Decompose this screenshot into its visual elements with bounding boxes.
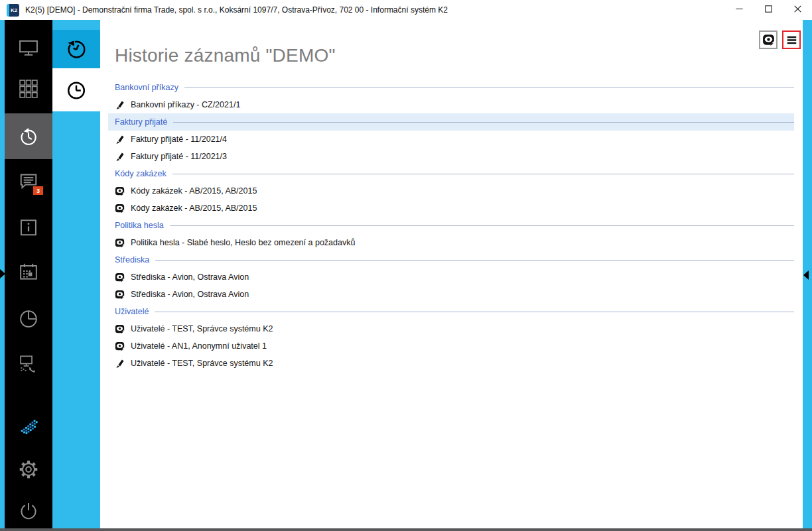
right-expander-arrow-icon[interactable] — [803, 270, 809, 280]
history-record-row[interactable]: Politika hesla - Slabé heslo, Heslo bez … — [115, 234, 794, 251]
sidebar-item-modules[interactable] — [5, 68, 52, 110]
sidebar-item-messages[interactable]: 3 — [5, 160, 52, 202]
titlebar: K2 K2(5) [DEMO] - Demonstrační firma Tra… — [0, 0, 812, 20]
left-edge-panel — [0, 20, 5, 531]
group-divider-line — [184, 88, 794, 88]
unread-count-badge: 3 — [33, 186, 43, 195]
sidebar-item-charts[interactable] — [5, 297, 52, 339]
sidebar-item-calendar[interactable] — [5, 251, 52, 293]
close-button[interactable] — [783, 0, 812, 20]
maximize-button[interactable] — [754, 0, 783, 20]
subsidebar-item-recent-records[interactable] — [52, 68, 100, 111]
group-header-3[interactable]: Kódy zakázek — [115, 165, 794, 182]
remote-phone-icon — [17, 351, 40, 375]
history-record-row[interactable]: Uživatelé - AN1, Anonymní uživatel 1 — [115, 337, 794, 355]
edit-pencil-icon — [115, 359, 125, 369]
pie-chart-icon — [17, 306, 40, 330]
group-header-2[interactable]: Faktury přijaté — [108, 113, 794, 131]
history-clock-icon — [63, 36, 90, 62]
monitor-icon — [17, 36, 40, 60]
left-expander-arrow-icon[interactable] — [0, 269, 5, 278]
menu-button[interactable] — [782, 30, 801, 49]
edit-pencil-icon — [115, 100, 125, 110]
sidebar-item-desktop[interactable] — [5, 27, 52, 69]
group-divider-line — [170, 225, 794, 226]
toolbar — [759, 30, 801, 49]
sidebar-item-power[interactable] — [5, 489, 52, 531]
view-eye-icon — [115, 272, 125, 282]
window-bottom-border — [0, 528, 812, 531]
minimize-button[interactable] — [724, 0, 754, 20]
sidebar-item-history[interactable] — [5, 113, 52, 159]
history-record-row[interactable]: Kódy zakázek - AB/2015, AB/2015 — [115, 200, 794, 217]
right-edge-panel — [803, 20, 812, 531]
view-eye-icon — [115, 238, 125, 248]
group-divider-line — [155, 260, 794, 261]
info-icon — [17, 215, 40, 239]
k2-app-icon: K2 — [7, 4, 19, 17]
history-arrow-icon — [17, 125, 40, 148]
group-header-6[interactable]: Uživatelé — [115, 303, 794, 320]
close-icon — [792, 3, 803, 17]
clock-icon — [63, 77, 90, 103]
menu-icon — [785, 34, 798, 46]
history-record-row[interactable]: Bankovní příkazy - CZ/2021/1 — [115, 96, 794, 113]
history-record-row[interactable]: Uživatelé - TEST, Správce systému K2 — [115, 355, 794, 372]
sidebar-item-settings[interactable] — [5, 447, 52, 490]
subsidebar-item-record-history[interactable] — [52, 30, 100, 68]
history-list: Bankovní příkazy Bankovní příkazy - CZ/2… — [115, 79, 794, 372]
view-eye-icon — [115, 341, 125, 351]
minimize-icon — [734, 3, 745, 17]
history-record-row[interactable]: Faktury přijaté - 11/2021/3 — [115, 148, 794, 165]
history-record-row[interactable]: Střediska - Avion, Ostrava Avion — [115, 286, 794, 303]
group-divider-line — [173, 122, 794, 123]
primary-sidebar: 3 — [5, 20, 52, 531]
view-eye-icon — [115, 290, 125, 300]
group-divider-line — [155, 312, 794, 312]
window-title: K2(5) [DEMO] - Demonstrační firma Trade,… — [25, 5, 448, 15]
sidebar-item-k2-brand[interactable] — [5, 405, 52, 447]
history-record-row[interactable]: Faktury přijaté - 11/2021/4 — [115, 131, 794, 148]
sidebar-item-remote-access[interactable] — [5, 342, 52, 384]
history-record-row[interactable]: Střediska - Avion, Ostrava Avion — [115, 268, 794, 286]
maximize-icon — [763, 3, 774, 17]
edit-pencil-icon — [115, 152, 125, 162]
grid-icon — [17, 77, 40, 101]
k2-dots-icon — [17, 414, 40, 438]
view-eye-icon — [115, 186, 125, 196]
chat-icon: 3 — [17, 169, 40, 193]
page-title: Historie záznamů "DEMO" — [115, 45, 336, 66]
group-divider-line — [172, 174, 794, 174]
main-panel: Historie záznamů "DEMO" Bankovní příkazy… — [100, 20, 803, 531]
calendar-icon — [17, 260, 40, 284]
history-record-row[interactable]: Kódy zakázek - AB/2015, AB/2015 — [115, 182, 794, 200]
group-header-1[interactable]: Bankovní příkazy — [115, 79, 794, 96]
window-controls — [724, 0, 812, 20]
secondary-sidebar — [52, 20, 100, 531]
preview-record-button[interactable] — [759, 30, 778, 49]
gear-icon — [17, 457, 40, 481]
sidebar-item-information[interactable] — [5, 206, 52, 249]
group-header-5[interactable]: Střediska — [115, 251, 794, 268]
record-eye-icon — [762, 34, 775, 46]
history-record-row[interactable]: Uživatelé - TEST, Správce systému K2 — [115, 320, 794, 337]
view-eye-icon — [115, 324, 125, 334]
group-header-4[interactable]: Politika hesla — [115, 217, 794, 234]
power-icon — [17, 499, 40, 522]
edit-pencil-icon — [115, 135, 125, 145]
view-eye-icon — [115, 204, 125, 213]
